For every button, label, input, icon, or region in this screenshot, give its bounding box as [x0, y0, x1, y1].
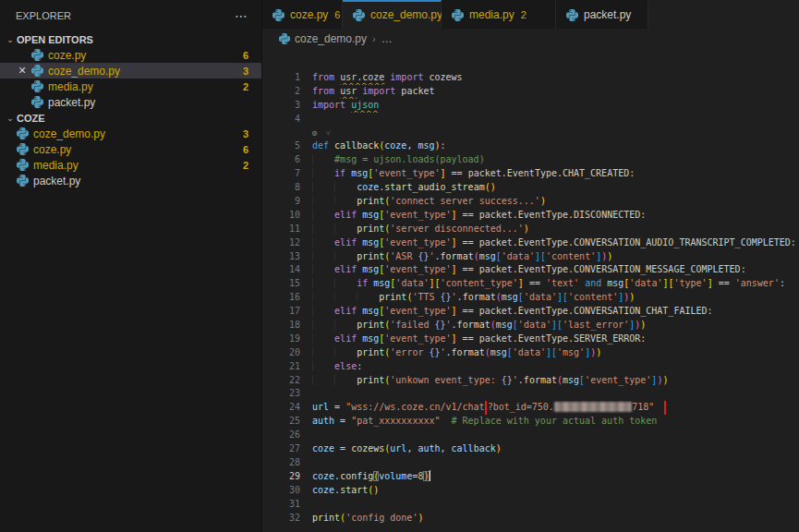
codelens-row[interactable]: ⚙ ˅	[262, 127, 799, 140]
code-line[interactable]: 7 if msg['event_type'] == packet.EventTy…	[262, 167, 799, 181]
codelens-gear-icon[interactable]: ⚙ ˅	[312, 128, 333, 138]
sidebar-item-coze_demo-py[interactable]: coze_demo.py3	[0, 126, 261, 141]
python-icon	[353, 9, 365, 21]
code-line[interactable]: 18 print('failed {}'.format(msg['data'][…	[262, 319, 799, 332]
code-line[interactable]: 11 print('server disconnected...')	[262, 223, 799, 236]
code-line[interactable]: 26	[262, 429, 799, 442]
line-number[interactable]: 19	[262, 332, 300, 346]
breadcrumb[interactable]: coze_demo.py › …	[262, 29, 799, 49]
file-name: coze_demo.py	[48, 65, 120, 78]
code-line[interactable]: 3import ujson	[262, 99, 799, 113]
code-line[interactable]: 22 print('unkown event_type: {}'.format(…	[262, 374, 799, 388]
code-text: print('config done')	[300, 512, 799, 526]
problem-count-badge: 2	[521, 9, 527, 20]
folder-section-header[interactable]: ⌄ COZE	[0, 110, 261, 126]
sidebar-item-packet-py[interactable]: packet.py	[0, 173, 261, 188]
line-number[interactable]: 14	[262, 263, 300, 277]
sidebar-item-packet-py[interactable]: packet.py	[0, 94, 261, 110]
line-number[interactable]: 21	[262, 360, 300, 374]
code-line[interactable]: 21 else:	[262, 360, 799, 374]
code-line[interactable]: 17 elif msg['event_type'] == packet.Even…	[262, 305, 799, 319]
line-number[interactable]: 9	[262, 195, 300, 209]
line-number[interactable]: 7	[262, 167, 300, 181]
line-number[interactable]: 24	[262, 401, 300, 415]
breadcrumb-file[interactable]: coze_demo.py	[295, 32, 367, 45]
code-text: else:	[300, 360, 799, 374]
close-icon[interactable]: ✕	[13, 65, 31, 77]
code-line[interactable]: 2from usr import packet	[262, 85, 799, 99]
code-line[interactable]: 19 elif msg['event_type'] == packet.Even…	[262, 332, 799, 346]
line-number[interactable]: 28	[262, 456, 300, 470]
code-line[interactable]: 16 print('TTS {}'.format(msg['data']['co…	[262, 291, 799, 305]
line-number[interactable]: 2	[262, 85, 300, 99]
line-number[interactable]: 26	[262, 429, 300, 442]
code-line[interactable]: 25auth = "pat_xxxxxxxxxx" # Replace with…	[262, 415, 799, 429]
line-number[interactable]: 6	[262, 153, 300, 167]
code-text: print('TTS {}'.format(msg['data']['conte…	[300, 291, 799, 305]
sidebar-item-media-py[interactable]: media.py2	[0, 157, 261, 173]
line-number[interactable]: 5	[262, 139, 300, 153]
line-number[interactable]: 1	[262, 71, 300, 85]
line-number[interactable]: 8	[262, 181, 300, 195]
line-number[interactable]: 4	[262, 113, 300, 127]
open-editors-header[interactable]: ⌄ OPEN EDITORS	[0, 31, 261, 47]
problem-count-badge: 2	[243, 81, 261, 92]
line-number[interactable]: 16	[262, 291, 300, 305]
line-number[interactable]: 32	[262, 512, 300, 526]
chevron-down-icon[interactable]: ⌄	[4, 35, 17, 44]
code-line[interactable]: 6 #msg = ujson.loads(payload)	[262, 153, 799, 167]
line-number[interactable]: 30	[262, 484, 300, 498]
code-line[interactable]: 5def callback(coze, msg):	[262, 139, 799, 153]
code-line[interactable]: 8 coze.start_audio_stream()	[262, 181, 799, 195]
line-number[interactable]: 23	[262, 387, 300, 401]
sidebar-item-media-py[interactable]: media.py2	[0, 79, 261, 94]
code-line[interactable]: 20 print('error {}'.format(msg['data']['…	[262, 346, 799, 360]
code-line[interactable]: 9 print('connect server success...')	[262, 195, 799, 209]
file-name: coze_demo.py	[33, 127, 105, 140]
code-text: print('unkown event_type: {}'.format(msg…	[300, 374, 799, 388]
code-line[interactable]: 4	[262, 113, 799, 127]
line-number[interactable]: 3	[262, 99, 300, 113]
code-line[interactable]: 14 elif msg['event_type'] == packet.Even…	[262, 263, 799, 277]
code-line[interactable]: 30coze.start()	[262, 484, 799, 498]
tab-coze_demo-py[interactable]: coze_demo.py3✕	[343, 0, 442, 29]
code-line[interactable]: 31	[262, 498, 799, 512]
line-number[interactable]: 29	[262, 470, 300, 484]
tab-coze-py[interactable]: coze.py6	[262, 0, 343, 29]
sidebar-item-coze-py[interactable]: coze.py6	[0, 47, 261, 63]
code-line[interactable]: 13 print('ASR {}'.format(msg['data']['co…	[262, 250, 799, 264]
code-line[interactable]: 29coze.config(volume=8)	[262, 470, 799, 484]
code-line[interactable]: 24url = "wss://ws.coze.cn/v1/chat?bot_id…	[262, 401, 799, 415]
code-line[interactable]: 1from usr.coze import cozews	[262, 71, 799, 85]
code-editor[interactable]: 1from usr.coze import cozews2from usr im…	[262, 49, 799, 532]
line-number[interactable]: 25	[262, 415, 300, 429]
line-number[interactable]: 17	[262, 305, 300, 319]
code-line[interactable]: 32print('config done')	[262, 512, 799, 526]
sidebar-item-coze-py[interactable]: coze.py6	[0, 141, 261, 157]
code-line[interactable]: 27coze = cozews(url, auth, callback)	[262, 442, 799, 456]
line-number[interactable]: 20	[262, 346, 300, 360]
code-line[interactable]: 10 elif msg['event_type'] == packet.Even…	[262, 209, 799, 223]
line-number[interactable]: 12	[262, 236, 300, 250]
python-icon	[17, 159, 29, 171]
more-actions-icon[interactable]: ⋯	[235, 11, 248, 20]
code-line[interactable]: 12 elif msg['event_type'] == packet.Even…	[262, 236, 799, 250]
line-number[interactable]: 11	[262, 223, 300, 236]
tab-media-py[interactable]: media.py2	[442, 0, 556, 29]
sidebar-item-coze_demo-py[interactable]: ✕coze_demo.py3	[0, 63, 261, 79]
line-number[interactable]: 15	[262, 277, 300, 291]
line-number[interactable]: 31	[262, 498, 300, 512]
line-number[interactable]: 13	[262, 250, 300, 264]
tab-packet-py[interactable]: packet.py	[556, 0, 648, 29]
code-line[interactable]: 15 if msg['data']['content_type'] == 'te…	[262, 277, 799, 291]
code-line[interactable]: 28	[262, 456, 799, 470]
chevron-down-icon[interactable]: ⌄	[4, 114, 17, 123]
line-number[interactable]	[262, 127, 300, 140]
line-number[interactable]: 22	[262, 374, 300, 388]
breadcrumb-more[interactable]: …	[381, 32, 393, 45]
line-number[interactable]: 10	[262, 209, 300, 223]
code-line[interactable]: 23	[262, 387, 799, 401]
line-number[interactable]: 18	[262, 319, 300, 332]
code-text	[300, 498, 799, 512]
line-number[interactable]: 27	[262, 442, 300, 456]
